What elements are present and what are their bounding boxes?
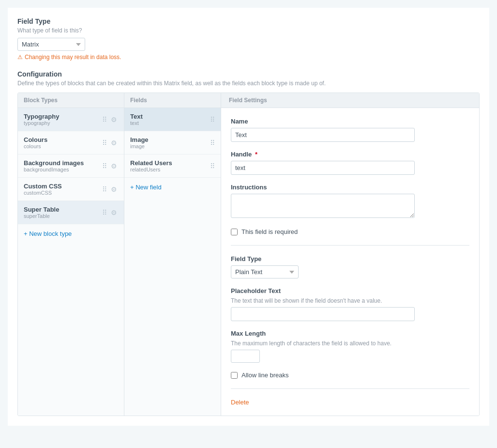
drag-icon-image: ⠿ xyxy=(210,139,215,147)
drag-icon-related-users: ⠿ xyxy=(210,162,215,170)
configuration-section: Configuration Define the types of blocks… xyxy=(17,70,480,416)
placeholder-text-hint: The text that will be shown if the field… xyxy=(231,297,469,304)
field-type-subtitle: What type of field is this? xyxy=(17,27,480,34)
max-length-group: Max Length The maximum length of charact… xyxy=(231,330,469,363)
inner-field-type-label: Field Type xyxy=(231,255,469,263)
placeholder-text-input[interactable] xyxy=(231,307,415,321)
move-icon-colours[interactable]: ⠿ xyxy=(101,138,108,148)
instructions-textarea[interactable] xyxy=(231,194,415,218)
name-group: Name xyxy=(231,118,469,142)
allow-line-breaks-label[interactable]: Allow line breaks xyxy=(241,371,289,379)
move-icon-custom-css[interactable]: ⠿ xyxy=(101,185,108,194)
move-icon-background-images[interactable]: ⠿ xyxy=(101,161,108,171)
settings-icon-colours[interactable]: ⚙ xyxy=(110,138,118,148)
settings-icon-super-table[interactable]: ⚙ xyxy=(110,208,118,217)
block-type-handle-custom-css: customCSS xyxy=(24,190,101,196)
warning-message: ⚠ Changing this may result in data loss. xyxy=(17,54,480,61)
block-types-header: Block Types xyxy=(18,93,124,108)
add-block-type-button[interactable]: + New block type xyxy=(18,224,124,243)
allow-line-breaks-row: Allow line breaks xyxy=(231,371,469,379)
name-label: Name xyxy=(231,118,469,125)
move-icon-super-table[interactable]: ⠿ xyxy=(101,208,108,217)
settings-icon-custom-css[interactable]: ⚙ xyxy=(110,185,118,194)
block-type-handle-typography: typography xyxy=(24,120,101,126)
move-icon-typography[interactable]: ⠿ xyxy=(101,115,108,124)
placeholder-text-label: Placeholder Text xyxy=(231,287,469,294)
field-type-section: Field Type What type of field is this? M… xyxy=(17,17,480,61)
field-name-text: Text xyxy=(130,113,210,120)
page-container: Field Type What type of field is this? M… xyxy=(8,8,489,426)
field-type-select-row: Matrix Plain Text Rich Text Number Date … xyxy=(17,38,480,51)
block-type-handle-colours: colours xyxy=(24,143,101,149)
field-settings-body: Name Handle * Instructions xyxy=(221,108,479,416)
settings-divider-1 xyxy=(231,245,469,246)
block-type-name-super-table: Super Table xyxy=(24,206,101,213)
placeholder-text-group: Placeholder Text The text that will be s… xyxy=(231,287,469,321)
max-length-label: Max Length xyxy=(231,330,469,337)
add-field-button[interactable]: + New field xyxy=(124,178,221,197)
instructions-label: Instructions xyxy=(231,184,469,191)
settings-icon-typography[interactable]: ⚙ xyxy=(110,115,118,124)
max-length-hint: The maximum length of characters the fie… xyxy=(231,340,469,347)
configuration-title: Configuration xyxy=(17,70,480,78)
configuration-description: Define the types of blocks that can be c… xyxy=(17,80,480,87)
name-input[interactable] xyxy=(231,128,415,142)
instructions-group: Instructions xyxy=(231,184,469,219)
fields-column: Fields Text text ⠿ Image image ⠿ xyxy=(124,93,221,416)
block-type-item-background-images[interactable]: Background images backgroundImages ⠿ ⚙ xyxy=(18,154,124,178)
field-type-title: Field Type xyxy=(17,17,480,25)
field-required-label[interactable]: This field is required xyxy=(241,228,298,235)
field-handle-text: text xyxy=(130,120,210,126)
block-type-name-colours: Colours xyxy=(24,136,101,143)
settings-divider-2 xyxy=(231,388,469,389)
field-settings-header: Field Settings xyxy=(221,93,479,108)
block-type-item-custom-css[interactable]: Custom CSS customCSS ⠿ ⚙ xyxy=(18,178,124,201)
block-type-item-typography[interactable]: Typography typography ⠿ ⚙ xyxy=(18,108,124,131)
field-required-checkbox[interactable] xyxy=(231,229,238,235)
block-type-handle-super-table: superTable xyxy=(24,213,101,219)
block-type-handle-background-images: backgroundImages xyxy=(24,167,101,172)
inner-field-type-group: Field Type Plain Text Rich Text Number D… xyxy=(231,255,469,278)
field-item-text[interactable]: Text text ⠿ xyxy=(124,108,221,131)
inner-field-type-dropdown[interactable]: Plain Text Rich Text Number Date Dropdow… xyxy=(231,265,299,278)
handle-label: Handle * xyxy=(231,151,469,158)
block-type-name-typography: Typography xyxy=(24,113,101,120)
field-handle-image: image xyxy=(130,143,210,149)
delete-link[interactable]: Delete xyxy=(231,399,249,406)
drag-icon-text: ⠿ xyxy=(210,116,215,124)
field-item-image[interactable]: Image image ⠿ xyxy=(124,131,221,154)
settings-icon-background-images[interactable]: ⚙ xyxy=(110,161,118,171)
allow-line-breaks-checkbox[interactable] xyxy=(231,372,238,379)
required-star: * xyxy=(255,151,257,158)
field-settings-column: Field Settings Name Handle * xyxy=(221,93,479,416)
field-type-dropdown[interactable]: Matrix Plain Text Rich Text Number Date … xyxy=(17,38,85,51)
required-checkbox-row: This field is required xyxy=(231,228,469,235)
config-layout: Block Types Typography typography ⠿ ⚙ xyxy=(17,93,480,416)
field-item-related-users[interactable]: Related Users relatedUsers ⠿ xyxy=(124,154,221,178)
block-type-item-colours[interactable]: Colours colours ⠿ ⚙ xyxy=(18,131,124,154)
fields-header: Fields xyxy=(124,93,221,108)
block-types-column: Block Types Typography typography ⠿ ⚙ xyxy=(18,93,124,416)
warning-icon: ⚠ xyxy=(17,54,23,61)
field-name-image: Image xyxy=(130,136,210,143)
handle-group: Handle * xyxy=(231,151,469,175)
field-handle-related-users: relatedUsers xyxy=(130,167,210,172)
field-name-related-users: Related Users xyxy=(130,159,210,167)
handle-input[interactable] xyxy=(231,161,415,175)
block-type-name-background-images: Background images xyxy=(24,159,101,167)
block-type-item-super-table[interactable]: Super Table superTable ⠿ ⚙ xyxy=(18,201,124,224)
max-length-input[interactable] xyxy=(231,350,260,363)
block-type-name-custom-css: Custom CSS xyxy=(24,183,101,190)
